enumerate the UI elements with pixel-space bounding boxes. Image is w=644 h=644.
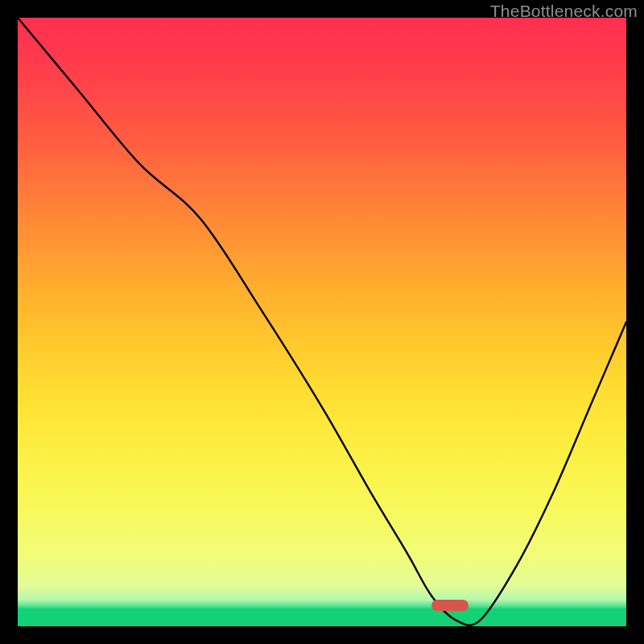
bottleneck-marker [431, 600, 469, 611]
plot-area [18, 18, 626, 626]
line-curve [18, 18, 626, 626]
watermark-text: TheBottleneck.com [490, 2, 638, 21]
chart-container: TheBottleneck.com [0, 0, 644, 644]
